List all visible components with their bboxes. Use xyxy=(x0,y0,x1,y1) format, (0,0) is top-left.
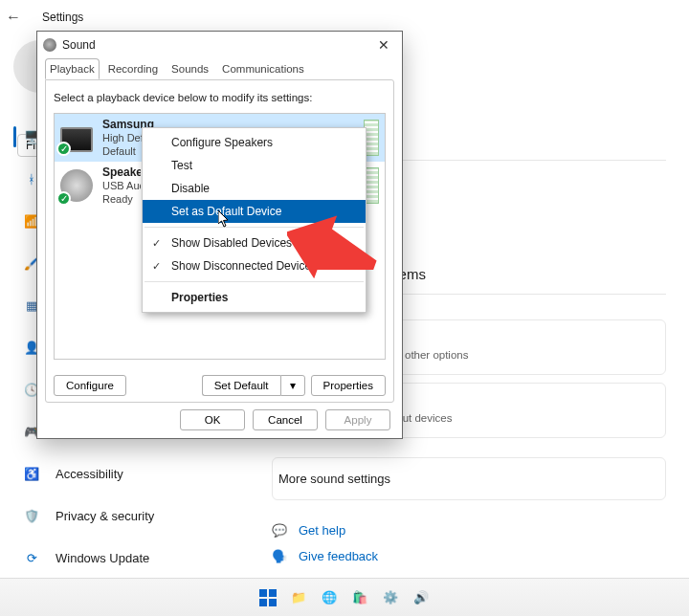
start-button[interactable] xyxy=(257,587,278,608)
ctx-disable[interactable]: Disable xyxy=(143,177,366,200)
device-desc: USB Audio xyxy=(102,179,141,192)
ctx-show-disconnected[interactable]: ✓Show Disconnected Devices xyxy=(143,254,366,277)
svg-rect-3 xyxy=(259,599,267,606)
update-icon: ⟳ xyxy=(23,551,40,565)
check-icon: ✓ xyxy=(152,237,161,250)
configure-button[interactable]: Configure xyxy=(54,375,126,396)
sidebar-item-label: Privacy & security xyxy=(56,509,154,523)
dialog-titlebar[interactable]: Sound ✕ xyxy=(37,32,402,58)
ctx-separator xyxy=(144,227,364,228)
taskbar[interactable]: 📁 🌐 🛍️ ⚙️ 🔊 xyxy=(0,578,689,616)
ready-check-icon: ✓ xyxy=(56,191,71,206)
sidebar-item-label: Windows Update xyxy=(56,551,149,565)
set-default-button[interactable]: Set Default xyxy=(202,375,280,396)
ctx-configure-speakers[interactable]: Configure Speakers xyxy=(143,131,366,154)
ok-button[interactable]: OK xyxy=(180,409,245,430)
give-feedback-link[interactable]: 🗣️Give feedback xyxy=(272,549,666,563)
tb-sound-icon[interactable]: 🔊 xyxy=(411,587,432,608)
device-status: Ready xyxy=(102,192,141,206)
get-help-label: Get help xyxy=(299,523,345,538)
cancel-button[interactable]: Cancel xyxy=(253,409,318,430)
ctx-show-disconnected-label: Show Disconnected Devices xyxy=(171,259,317,273)
settings-title: Settings xyxy=(42,11,83,24)
more-sound-settings[interactable]: More sound settings xyxy=(272,457,666,500)
help-icon: 💬 xyxy=(272,523,287,538)
privacy-icon: 🛡️ xyxy=(23,509,40,523)
tab-sounds[interactable]: Sounds xyxy=(167,58,213,79)
tb-explorer-icon[interactable]: 📁 xyxy=(288,587,309,608)
check-icon: ✓ xyxy=(152,260,161,273)
dialog-title-text: Sound xyxy=(62,38,96,52)
device-context-menu: Configure Speakers Test Disable Set as D… xyxy=(142,127,367,313)
set-default-split-button[interactable]: Set Default ▾ xyxy=(202,375,305,396)
ctx-set-default-device[interactable]: Set as Default Device xyxy=(143,200,366,223)
set-default-dropdown[interactable]: ▾ xyxy=(280,375,305,396)
close-button[interactable]: ✕ xyxy=(371,34,396,55)
tb-settings-icon[interactable]: ⚙️ xyxy=(380,587,401,608)
get-help-link[interactable]: 💬Get help xyxy=(272,523,666,538)
dialog-tabs: Playback Recording Sounds Communications xyxy=(37,58,402,80)
sidebar-item-accessibility[interactable]: ♿Accessibility xyxy=(23,459,249,488)
svg-rect-4 xyxy=(269,599,277,606)
feedback-icon: 🗣️ xyxy=(272,549,287,563)
device-status: Default Device xyxy=(102,144,139,158)
tb-store-icon[interactable]: 🛍️ xyxy=(349,587,370,608)
tab-recording[interactable]: Recording xyxy=(103,58,163,79)
sidebar-item-update[interactable]: ⟳Windows Update xyxy=(23,543,249,572)
ctx-test[interactable]: Test xyxy=(143,154,366,177)
svg-rect-1 xyxy=(259,589,267,597)
tab-playback[interactable]: Playback xyxy=(45,58,100,79)
chevron-down-icon: ▾ xyxy=(290,379,296,392)
default-check-icon: ✓ xyxy=(56,142,71,156)
sidebar-item-label: Accessibility xyxy=(56,467,123,481)
playback-hint: Select a playback device below to modify… xyxy=(54,92,386,103)
ctx-show-disabled-label: Show Disabled Devices xyxy=(171,236,292,250)
svg-rect-2 xyxy=(269,589,277,597)
tb-edge-icon[interactable]: 🌐 xyxy=(319,587,340,608)
properties-button[interactable]: Properties xyxy=(311,375,386,396)
give-feedback-label: Give feedback xyxy=(299,549,378,563)
device-name: Speakers xyxy=(102,165,141,179)
sidebar-item-privacy[interactable]: 🛡️Privacy & security xyxy=(23,501,249,530)
ctx-separator xyxy=(144,281,364,282)
accessibility-icon: ♿ xyxy=(23,467,40,481)
tab-communications[interactable]: Communications xyxy=(217,58,309,79)
apply-button[interactable]: Apply xyxy=(325,409,390,430)
ctx-show-disabled[interactable]: ✓Show Disabled Devices xyxy=(143,231,366,254)
back-arrow-icon[interactable]: ← xyxy=(6,9,21,26)
sound-titlebar-icon xyxy=(43,38,56,52)
ctx-properties[interactable]: Properties xyxy=(143,286,366,309)
